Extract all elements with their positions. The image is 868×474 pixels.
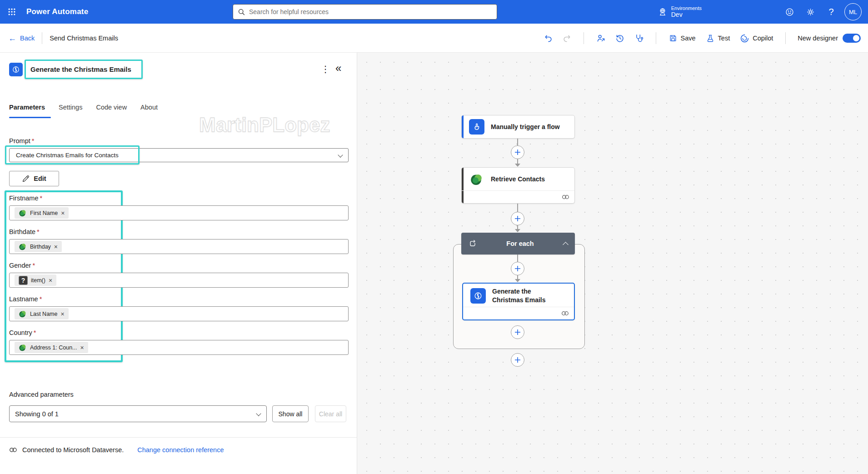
copilot-button[interactable]: Copilot (735, 24, 778, 53)
connection-footer: Connected to Microsoft Dataverse. Change… (9, 446, 224, 454)
environment-picker[interactable]: Environments Dev (658, 5, 702, 18)
feedback-button[interactable] (779, 0, 800, 24)
country-label: Country* (9, 329, 36, 336)
panel-overflow-menu[interactable]: ⋮ (319, 64, 331, 75)
connector-line (517, 204, 518, 212)
firstname-input[interactable]: First Name × (9, 205, 349, 220)
action-title-annotated[interactable]: Generate the Christmas Emails (25, 60, 143, 79)
node-for-each[interactable]: For each (461, 233, 575, 254)
panel-collapse-button[interactable]: « (335, 62, 341, 75)
new-designer-label: New designer (798, 35, 838, 42)
insert-step-button[interactable] (511, 325, 524, 339)
birthdate-label: Birthdate* (9, 228, 40, 235)
gender-input[interactable]: ? item() × (9, 273, 349, 288)
tab-about[interactable]: About (140, 104, 158, 115)
insert-step-button[interactable] (511, 262, 524, 275)
dataverse-action-icon (469, 172, 484, 187)
share-flow-button[interactable] (591, 24, 610, 53)
version-history-button[interactable] (610, 24, 629, 53)
tab-code-view[interactable]: Code view (96, 104, 127, 115)
node-retrieve-contacts[interactable]: Retrieve Contacts (461, 167, 575, 204)
undo-button[interactable] (539, 24, 558, 53)
save-label: Save (681, 35, 696, 42)
remove-token-icon[interactable]: × (61, 210, 65, 216)
plus-icon (514, 215, 521, 222)
token-pill-birthdate[interactable]: Birthday × (15, 241, 62, 252)
node-generate-christmas-emails[interactable]: Generate the Christmas Emails (462, 283, 575, 320)
watermark: MartinPLopez (199, 114, 330, 136)
expression-icon: ? (19, 276, 28, 285)
edit-prompt-button[interactable]: Edit (9, 171, 59, 186)
divider (42, 32, 42, 44)
connector-line (517, 225, 518, 229)
chevron-up-icon (563, 242, 569, 248)
remove-token-icon[interactable]: × (49, 277, 52, 284)
prompt-dropdown[interactable]: Create Christmas Emails for Contacts (9, 148, 349, 162)
tab-parameters[interactable]: Parameters (9, 104, 45, 115)
advanced-dropdown-value: Showing 0 of 1 (10, 410, 59, 418)
back-button[interactable]: ← Back (8, 34, 35, 42)
node-connection-row (463, 307, 574, 319)
lastname-input[interactable]: Last Name × (9, 306, 349, 321)
remove-token-icon[interactable]: × (60, 311, 64, 317)
new-designer-control: New designer (793, 34, 868, 43)
insert-step-button[interactable] (511, 145, 524, 159)
prompt-value: Create Christmas Emails for Contacts (10, 152, 119, 159)
token-pill-gender[interactable]: ? item() × (15, 274, 56, 286)
advanced-parameters-label: Advanced parameters (9, 391, 74, 398)
country-input[interactable]: Address 1: Coun... × (9, 340, 349, 355)
insert-step-button[interactable] (511, 353, 524, 367)
advanced-parameters-dropdown[interactable]: Showing 0 of 1 (9, 405, 267, 422)
app-title[interactable]: Power Automate (26, 7, 88, 16)
node-title: Generate the Christmas Emails (492, 287, 560, 304)
token-pill-firstname[interactable]: First Name × (15, 207, 69, 219)
test-button[interactable]: Test (701, 24, 735, 53)
account-avatar[interactable]: ML (844, 3, 862, 20)
search-input[interactable] (249, 8, 492, 15)
panel-footer-divider (0, 437, 357, 438)
panel-tabs: Parameters Settings Code view About (9, 104, 158, 115)
settings-button[interactable] (800, 0, 821, 24)
tab-settings[interactable]: Settings (59, 104, 82, 115)
firstname-label: Firstname* (9, 195, 42, 202)
insert-step-button[interactable] (511, 212, 524, 225)
show-all-button[interactable]: Show all (272, 405, 309, 422)
active-tab-indicator (9, 117, 51, 118)
chevron-down-icon (256, 411, 261, 416)
connector-line (517, 275, 518, 279)
edit-label: Edit (34, 175, 46, 182)
node-manually-trigger-a-flow[interactable]: Manually trigger a flow (461, 115, 575, 139)
node-title: Manually trigger a flow (491, 123, 564, 131)
change-connection-link[interactable]: Change connection reference (137, 446, 224, 454)
help-button[interactable]: ? (821, 0, 842, 24)
save-icon (668, 34, 678, 43)
prompt-label-text: Prompt (9, 137, 30, 145)
token-pill-country[interactable]: Address 1: Coun... × (15, 342, 88, 353)
field-label-text: Birthdate (9, 228, 35, 235)
designer-toolbar: ← Back Send Christmas Emails (0, 24, 868, 53)
app-launcher-icon[interactable] (0, 0, 24, 24)
divider (785, 32, 786, 44)
token-pill-lastname[interactable]: Last Name × (15, 308, 69, 319)
token-label: First Name (30, 210, 58, 216)
field-label-text: Lastname (9, 295, 38, 303)
toolbar-actions: Save Test Copilot New designer (539, 24, 868, 53)
history-clock-icon (615, 33, 625, 43)
redo-button[interactable] (558, 24, 576, 53)
copilot-label: Copilot (753, 35, 773, 42)
save-button[interactable]: Save (663, 24, 701, 53)
copilot-icon (740, 34, 749, 43)
required-marker: * (40, 195, 42, 202)
divider (584, 32, 584, 44)
flow-canvas[interactable]: Manually trigger a flow Retrieve Contact… (357, 53, 868, 474)
remove-token-icon[interactable]: × (54, 244, 58, 250)
required-marker: * (34, 329, 36, 336)
gear-icon (806, 7, 815, 17)
flow-checker-button[interactable] (629, 24, 649, 53)
node-title: For each (477, 240, 564, 247)
remove-token-icon[interactable]: × (80, 344, 84, 351)
new-designer-toggle[interactable] (843, 34, 861, 43)
dataverse-icon (19, 209, 27, 217)
birthdate-input[interactable]: Birthday × (9, 239, 349, 254)
search-box[interactable] (233, 4, 497, 20)
